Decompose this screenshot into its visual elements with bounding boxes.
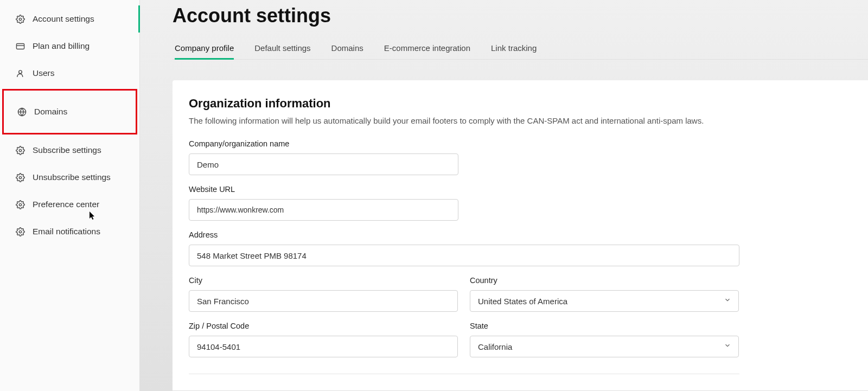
address-label: Address xyxy=(189,230,739,239)
country-select[interactable] xyxy=(470,290,739,312)
sidebar-item-label: Account settings xyxy=(33,14,94,24)
sidebar: Account settings Plan and billing Users … xyxy=(0,0,140,391)
globe-icon xyxy=(17,107,27,117)
state-select[interactable] xyxy=(470,336,739,357)
zip-label: Zip / Postal Code xyxy=(189,322,458,330)
sidebar-item-subscribe-settings[interactable]: Subscribe settings xyxy=(0,137,139,164)
tab-default-settings[interactable]: Default settings xyxy=(254,37,310,59)
sidebar-item-label: Subscribe settings xyxy=(33,145,101,155)
gear-icon xyxy=(15,145,25,155)
card-icon xyxy=(15,41,25,51)
sidebar-item-email-notifications[interactable]: Email notifications xyxy=(0,218,139,245)
company-name-input[interactable] xyxy=(189,153,458,175)
tab-ecommerce-integration[interactable]: E-commerce integration xyxy=(384,37,470,59)
tabs: Company profile Default settings Domains… xyxy=(173,37,868,60)
page-title: Account settings xyxy=(173,4,868,27)
sidebar-item-label: Users xyxy=(33,68,54,78)
website-url-input[interactable] xyxy=(189,199,458,221)
svg-rect-1 xyxy=(16,43,24,49)
address-input[interactable] xyxy=(189,245,739,266)
country-label: Country xyxy=(470,276,739,285)
sidebar-item-preference-center[interactable]: Preference center xyxy=(0,191,139,218)
gear-icon xyxy=(15,14,25,24)
section-title: Organization information xyxy=(189,97,852,111)
divider xyxy=(189,374,739,374)
sidebar-item-unsubscribe-settings[interactable]: Unsubscribe settings xyxy=(0,164,139,191)
svg-point-0 xyxy=(19,18,21,20)
svg-point-8 xyxy=(19,203,21,206)
sidebar-item-label: Unsubscribe settings xyxy=(33,172,111,182)
svg-point-9 xyxy=(19,230,21,233)
gear-icon xyxy=(15,200,25,209)
state-label: State xyxy=(470,322,739,330)
sidebar-item-label: Preference center xyxy=(33,200,99,209)
company-name-label: Company/organization name xyxy=(189,139,458,148)
svg-point-6 xyxy=(19,149,21,151)
user-icon xyxy=(15,68,25,78)
tab-company-profile[interactable]: Company profile xyxy=(175,37,234,59)
zip-input[interactable] xyxy=(189,336,458,357)
main-content: Account settings Company profile Default… xyxy=(140,0,868,391)
city-input[interactable] xyxy=(189,290,458,312)
sidebar-item-account-settings[interactable]: Account settings xyxy=(0,5,139,33)
sidebar-item-domains[interactable]: Domains xyxy=(2,89,137,134)
svg-point-7 xyxy=(19,176,21,178)
gear-icon xyxy=(15,227,25,236)
org-info-card: Organization information The following i… xyxy=(173,80,868,390)
tab-link-tracking[interactable]: Link tracking xyxy=(491,37,537,59)
section-description: The following information will help us a… xyxy=(189,116,852,125)
sidebar-item-users[interactable]: Users xyxy=(0,60,139,87)
svg-point-3 xyxy=(18,70,22,73)
city-label: City xyxy=(189,276,458,285)
website-url-label: Website URL xyxy=(189,185,458,194)
sidebar-item-label: Email notifications xyxy=(33,227,100,236)
gear-icon xyxy=(15,172,25,182)
tab-domains[interactable]: Domains xyxy=(331,37,363,59)
sidebar-item-label: Plan and billing xyxy=(33,41,90,51)
sidebar-item-plan-billing[interactable]: Plan and billing xyxy=(0,33,139,60)
sidebar-item-label: Domains xyxy=(34,107,67,117)
